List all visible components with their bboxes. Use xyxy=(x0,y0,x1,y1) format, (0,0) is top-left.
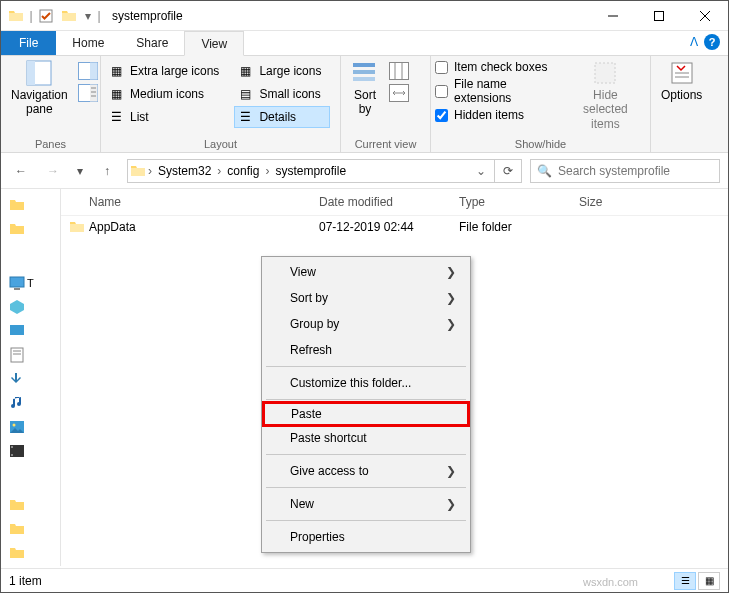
details-view-icon[interactable]: ☰ xyxy=(674,572,696,590)
svg-rect-27 xyxy=(10,325,24,335)
ribbon-group-options: Options xyxy=(651,56,715,152)
tree-pictures[interactable] xyxy=(3,415,58,439)
hide-selected-items-button[interactable]: Hide selected items xyxy=(565,58,646,133)
ribbon-group-layout: ▦Extra large icons ▦Large icons ▦Medium … xyxy=(101,56,341,152)
tree-folder[interactable] xyxy=(3,493,58,517)
ctx-separator xyxy=(266,366,466,367)
qat-folder-icon[interactable] xyxy=(58,5,80,27)
watermark: wsxdn.com xyxy=(583,576,638,588)
ctx-new[interactable]: New❯ xyxy=(264,491,468,517)
options-button[interactable]: Options xyxy=(655,58,708,104)
collapse-ribbon-icon[interactable]: ᐱ xyxy=(690,35,698,49)
details-pane-icon[interactable] xyxy=(78,84,98,102)
title-bar: | ▾ | systemprofile xyxy=(1,1,728,31)
column-headers: Name Date modified Type Size xyxy=(61,189,728,216)
layout-extra-large[interactable]: ▦Extra large icons xyxy=(105,60,228,82)
home-tab[interactable]: Home xyxy=(56,31,120,55)
ctx-sort-by[interactable]: Sort by❯ xyxy=(264,285,468,311)
chevron-right-icon: ❯ xyxy=(446,317,456,331)
up-button[interactable]: ↑ xyxy=(95,159,119,183)
svg-rect-10 xyxy=(90,85,98,102)
tree-desktop[interactable] xyxy=(3,319,58,343)
list-item[interactable]: AppData 07-12-2019 02:44 File folder xyxy=(61,216,728,238)
navigation-pane-button[interactable]: Navigation pane xyxy=(5,58,74,119)
chevron-right-icon[interactable]: › xyxy=(217,164,221,178)
layout-list[interactable]: ☰List xyxy=(105,106,228,128)
svg-rect-35 xyxy=(11,454,13,456)
refresh-icon[interactable]: ⟳ xyxy=(497,164,519,178)
crumb-system32[interactable]: System32 xyxy=(154,164,215,178)
ctx-paste-shortcut[interactable]: Paste shortcut xyxy=(264,425,468,451)
ctx-group-by[interactable]: Group by❯ xyxy=(264,311,468,337)
tree-this-pc[interactable]: T xyxy=(3,271,58,295)
tree-music[interactable] xyxy=(3,391,58,415)
svg-rect-8 xyxy=(90,63,98,80)
chevron-right-icon: ❯ xyxy=(446,464,456,478)
col-type[interactable]: Type xyxy=(459,195,579,209)
crumb-config[interactable]: config xyxy=(223,164,263,178)
size-columns-icon[interactable] xyxy=(389,84,409,102)
tree-folder[interactable] xyxy=(3,541,58,565)
tree-downloads[interactable] xyxy=(3,367,58,391)
navigation-tree[interactable]: T xyxy=(1,189,61,566)
layout-details[interactable]: ☰Details xyxy=(234,106,330,128)
tree-documents[interactable] xyxy=(3,343,58,367)
hidden-items[interactable]: Hidden items xyxy=(435,108,561,122)
add-columns-icon[interactable] xyxy=(389,62,409,80)
close-button[interactable] xyxy=(682,1,728,31)
qat-checkbox[interactable] xyxy=(35,5,57,27)
ctx-refresh[interactable]: Refresh xyxy=(264,337,468,363)
large-icons-view-icon[interactable]: ▦ xyxy=(698,572,720,590)
svg-rect-34 xyxy=(11,446,13,448)
layout-label: Layout xyxy=(105,136,336,152)
layout-medium[interactable]: ▦Medium icons xyxy=(105,83,228,105)
svg-rect-25 xyxy=(10,277,24,287)
crumb-systemprofile[interactable]: systemprofile xyxy=(271,164,350,178)
svg-rect-15 xyxy=(353,70,375,74)
recent-locations-icon[interactable]: ▾ xyxy=(73,159,87,183)
view-tab[interactable]: View xyxy=(184,31,244,56)
svg-rect-28 xyxy=(11,348,23,362)
preview-pane-icon[interactable] xyxy=(78,62,98,80)
help-icon[interactable]: ? xyxy=(704,34,720,50)
address-bar: ← → ▾ ↑ › System32 › config › systemprof… xyxy=(1,153,728,189)
file-tab[interactable]: File xyxy=(1,31,56,55)
share-tab[interactable]: Share xyxy=(120,31,184,55)
dropdown-icon[interactable]: ⌄ xyxy=(470,164,492,178)
minimize-button[interactable] xyxy=(590,1,636,31)
ribbon-tabs: File Home Share View ᐱ ? xyxy=(1,31,728,56)
back-button[interactable]: ← xyxy=(9,159,33,183)
file-name-extensions[interactable]: File name extensions xyxy=(435,77,561,105)
current-view-label: Current view xyxy=(345,136,426,152)
tree-3d-objects[interactable] xyxy=(3,295,58,319)
folder-icon xyxy=(5,5,27,27)
tree-videos[interactable] xyxy=(3,439,58,463)
item-check-boxes[interactable]: Item check boxes xyxy=(435,60,561,74)
ctx-properties[interactable]: Properties xyxy=(264,524,468,550)
item-type: File folder xyxy=(459,220,579,234)
tree-folder[interactable] xyxy=(3,217,58,241)
ctx-separator xyxy=(266,399,466,400)
layout-large[interactable]: ▦Large icons xyxy=(234,60,330,82)
tree-folder[interactable] xyxy=(3,193,58,217)
tree-folder[interactable] xyxy=(3,517,58,541)
maximize-button[interactable] xyxy=(636,1,682,31)
chevron-right-icon[interactable]: › xyxy=(148,164,152,178)
folder-icon xyxy=(130,163,146,179)
col-date[interactable]: Date modified xyxy=(319,195,459,209)
svg-rect-17 xyxy=(390,63,409,80)
col-size[interactable]: Size xyxy=(579,195,659,209)
breadcrumb[interactable]: › System32 › config › systemprofile ⌄ ⟳ xyxy=(127,159,522,183)
ctx-view[interactable]: View❯ xyxy=(264,259,468,285)
layout-small[interactable]: ▤Small icons xyxy=(234,83,330,105)
ctx-customize[interactable]: Customize this folder... xyxy=(264,370,468,396)
details-icon: ☰ xyxy=(237,109,253,125)
forward-button[interactable]: → xyxy=(41,159,65,183)
qat-dropdown-icon[interactable]: ▾ xyxy=(81,5,95,27)
sort-by-button[interactable]: Sort by xyxy=(345,58,385,119)
ctx-give-access[interactable]: Give access to❯ xyxy=(264,458,468,484)
chevron-right-icon[interactable]: › xyxy=(265,164,269,178)
search-box[interactable]: 🔍 Search systemprofile xyxy=(530,159,720,183)
ctx-paste[interactable]: Paste xyxy=(262,401,470,427)
col-name[interactable]: Name xyxy=(89,195,319,209)
